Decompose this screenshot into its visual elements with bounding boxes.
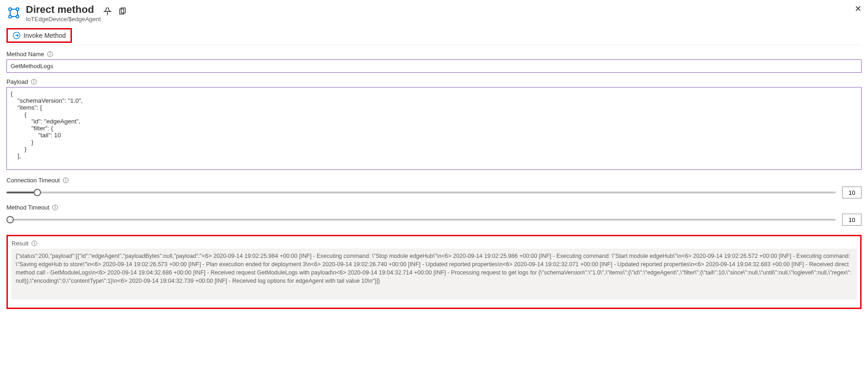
method-timeout-label: Method Timeout [6,204,49,211]
method-timeout-value[interactable] [842,214,862,226]
payload-field: Payload [6,78,862,171]
svg-point-14 [50,52,50,53]
invoke-method-button[interactable]: Invoke Method [6,28,72,43]
direct-method-icon [6,6,21,20]
connection-timeout-field: Connection Timeout [6,177,862,198]
svg-point-20 [65,179,66,179]
method-name-input[interactable] [6,59,862,73]
info-icon[interactable] [31,240,37,246]
info-icon[interactable] [52,204,58,210]
svg-point-1 [16,8,19,11]
svg-point-26 [34,242,35,242]
page-title: Direct method [26,4,94,16]
svg-point-0 [9,8,12,11]
page-header: Direct method IoTEdgeDevice/$edgeAgent ✕ [6,4,862,23]
svg-point-3 [16,15,19,18]
close-button[interactable]: ✕ [855,4,862,14]
connection-timeout-label: Connection Timeout [6,177,60,184]
result-label: Result [12,240,29,247]
method-name-label: Method Name [6,51,44,58]
result-output: {"status":200,"payload":[{"id":"edgeAgen… [12,249,856,299]
pin-icon[interactable] [103,7,112,16]
method-timeout-field: Method Timeout [6,204,862,226]
info-icon[interactable] [63,177,69,183]
svg-point-23 [55,206,55,206]
connection-timeout-slider[interactable] [6,192,836,193]
breadcrumb: IoTEdgeDevice/$edgeAgent [26,16,862,23]
result-block: Result {"status":200,"payload":[{"id":"e… [6,235,862,309]
toolbar: Invoke Method [6,28,862,45]
invoke-method-label: Invoke Method [24,32,66,39]
info-icon[interactable] [31,79,37,85]
payload-label: Payload [6,78,28,85]
invoke-arrow-icon [12,31,21,40]
copy-icon[interactable] [118,7,126,16]
info-icon[interactable] [47,51,53,57]
connection-timeout-value[interactable] [842,187,862,198]
svg-point-17 [34,80,34,81]
method-name-field: Method Name [6,51,862,73]
method-timeout-slider[interactable] [6,219,836,221]
svg-point-2 [9,15,12,18]
payload-textarea[interactable] [6,87,862,170]
